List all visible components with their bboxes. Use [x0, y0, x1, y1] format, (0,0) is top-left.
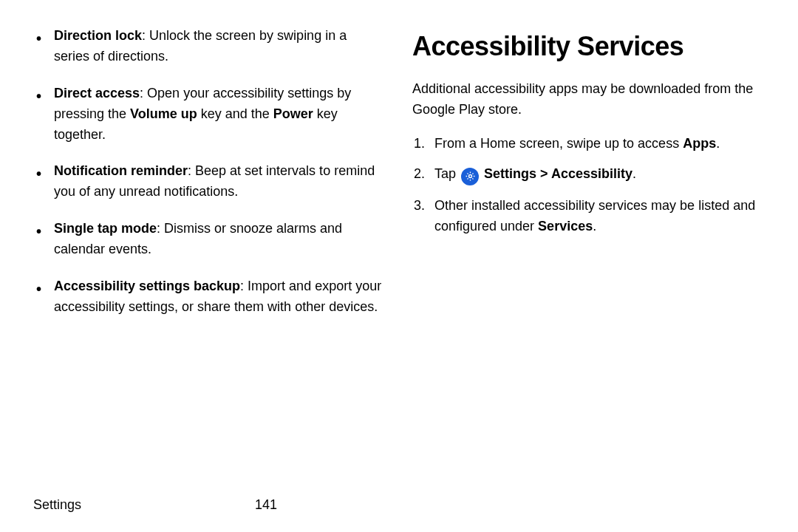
bold: Accessibility: [551, 166, 632, 181]
page-title: Accessibility Services: [412, 26, 765, 67]
feature-bullet-list: Direction lock: Unlock the screen by swi…: [33, 26, 386, 318]
list-item: From a Home screen, swipe up to access A…: [434, 134, 765, 154]
right-column: Accessibility Services Additional access…: [412, 26, 765, 484]
sep: >: [536, 166, 551, 181]
bold: Settings: [484, 166, 536, 181]
bold: Power: [273, 106, 313, 121]
left-column: Direction lock: Unlock the screen by swi…: [33, 26, 386, 484]
step-post: .: [716, 136, 720, 151]
step-pre: Tap: [434, 166, 460, 181]
footer-section-label: Settings: [33, 497, 255, 513]
list-item: Direct access: Open your accessibility s…: [54, 83, 386, 146]
bold: Apps: [683, 136, 716, 151]
list-item: Notification reminder: Beep at set inter…: [54, 161, 386, 202]
mid: key and the: [197, 106, 273, 121]
step-text: From a Home screen, swipe up to access: [434, 136, 683, 151]
intro-text: Additional accessibility apps may be dow…: [412, 79, 765, 120]
list-item: Tap Settings > Accessibility.: [434, 164, 765, 185]
settings-gear-icon: [461, 168, 479, 185]
list-item: Direction lock: Unlock the screen by swi…: [54, 26, 386, 67]
list-item: Single tap mode: Dismiss or snooze alarm…: [54, 219, 386, 260]
term: Single tap mode: [54, 221, 157, 236]
footer-page-number: 141: [255, 497, 277, 513]
term: Direction lock: [54, 28, 142, 43]
list-item: Accessibility settings backup: Import an…: [54, 276, 386, 318]
step-post: .: [593, 219, 596, 233]
term: Accessibility settings backup: [54, 279, 240, 293]
page-footer: Settings 141: [33, 497, 765, 513]
steps-list: From a Home screen, swipe up to access A…: [412, 134, 765, 237]
svg-point-0: [468, 175, 471, 178]
list-item: Other installed accessibility services m…: [434, 196, 765, 237]
bold: Services: [538, 219, 593, 233]
step-post: .: [632, 166, 636, 181]
term: Notification reminder: [54, 163, 188, 178]
term: Direct access: [54, 86, 140, 100]
bold: Volume up: [130, 106, 197, 121]
